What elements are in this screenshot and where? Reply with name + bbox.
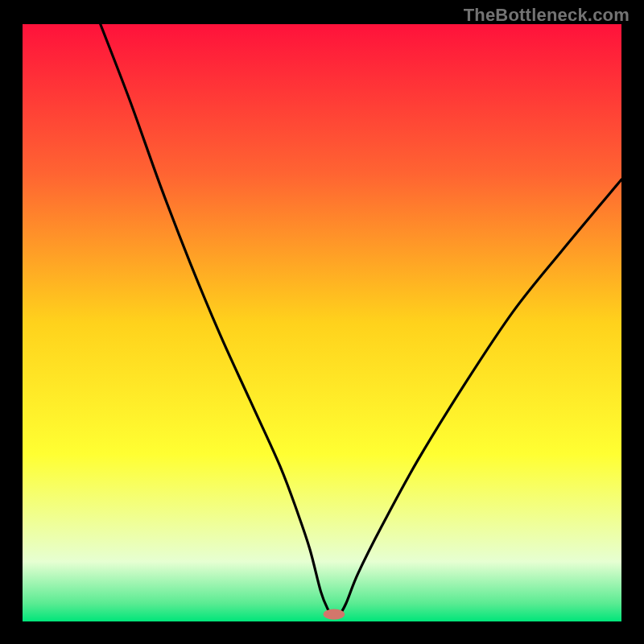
gradient-background — [23, 24, 621, 621]
bottleneck-chart — [23, 24, 621, 621]
watermark-text: TheBottleneck.com — [464, 5, 630, 26]
chart-container: TheBottleneck.com — [0, 0, 644, 644]
optimal-point-marker — [323, 609, 345, 619]
plot-area — [23, 24, 621, 621]
